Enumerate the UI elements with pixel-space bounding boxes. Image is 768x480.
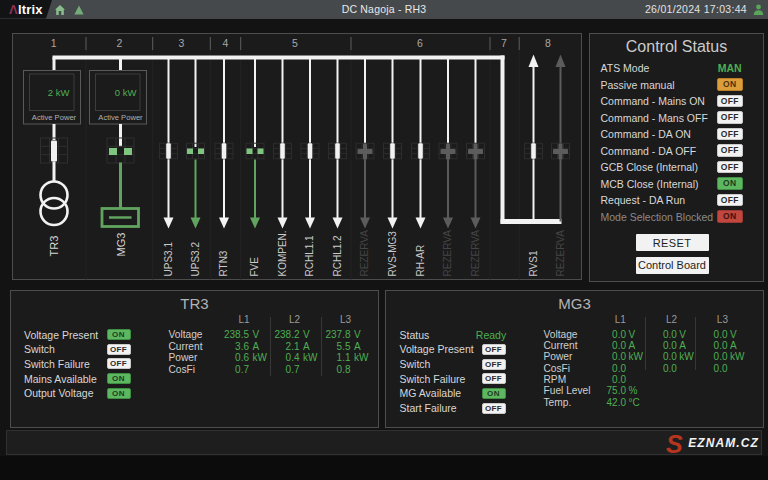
- svg-text:FVE: FVE: [249, 257, 260, 277]
- svg-text:1: 1: [51, 37, 57, 49]
- svg-text:REZERVA: REZERVA: [470, 230, 481, 277]
- svg-text:3: 3: [179, 37, 185, 49]
- svg-text:0 kW: 0 kW: [115, 87, 137, 98]
- svg-text:REZERVA: REZERVA: [555, 230, 566, 277]
- svg-text:RVS1: RVS1: [528, 250, 539, 276]
- svg-text:4: 4: [223, 37, 229, 49]
- svg-text:2: 2: [116, 37, 122, 49]
- svg-text:UPS3.1: UPS3.1: [163, 242, 174, 277]
- svg-text:REZERVA: REZERVA: [359, 230, 370, 277]
- svg-text:RH-AR: RH-AR: [415, 245, 426, 277]
- svg-text:Active Power: Active Power: [98, 113, 143, 122]
- svg-text:UPS3.2: UPS3.2: [190, 242, 201, 277]
- svg-text:5: 5: [292, 37, 298, 49]
- svg-text:KOMPEN.: KOMPEN.: [277, 230, 288, 276]
- svg-text:RCHL1.2: RCHL1.2: [332, 235, 343, 277]
- svg-text:RVS-MG3: RVS-MG3: [387, 231, 398, 277]
- svg-text:MG3: MG3: [115, 233, 127, 257]
- svg-text:REZERVA: REZERVA: [442, 230, 453, 277]
- svg-text:8: 8: [545, 37, 551, 49]
- svg-text:2 kW: 2 kW: [48, 87, 70, 98]
- svg-text:Active Power: Active Power: [32, 113, 77, 122]
- svg-text:7: 7: [501, 37, 507, 49]
- svg-text:RCHL1.1: RCHL1.1: [304, 235, 315, 277]
- svg-text:6: 6: [417, 37, 423, 49]
- svg-text:RTN3: RTN3: [218, 250, 229, 276]
- svg-text:TR3: TR3: [48, 236, 60, 257]
